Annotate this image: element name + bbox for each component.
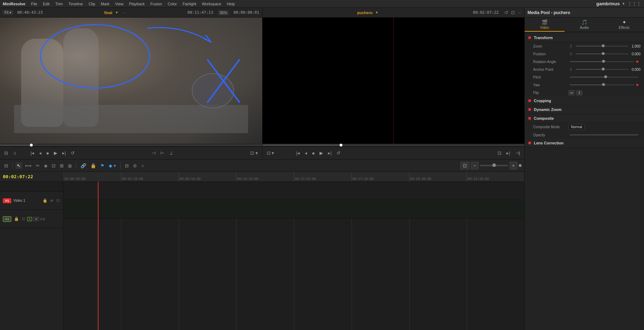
lens-correction-section-header[interactable]: Lens Correction [525, 139, 644, 148]
source-video-canvas[interactable] [0, 18, 262, 144]
menu-clip[interactable]: Clip [89, 2, 95, 6]
source-in-point[interactable]: ⊣ [150, 150, 157, 156]
program-view-toggle[interactable]: ⊡ [511, 10, 515, 15]
zoom-slider[interactable] [576, 46, 628, 46]
trim-edit-btn[interactable]: ⟺ [24, 162, 33, 169]
audio-link-btn[interactable]: ∩ [140, 162, 146, 169]
property-position: Position X 0.000 [525, 50, 644, 58]
project-dropdown[interactable]: ▾ [623, 1, 625, 6]
freeze-frame-btn[interactable]: ⊞ [58, 162, 65, 169]
flip-h-btn[interactable]: ⇔ [568, 90, 575, 95]
dynamic-zoom-section-header[interactable]: Dynamic Zoom [525, 105, 644, 114]
track-a1-s[interactable]: S [27, 217, 32, 221]
program-clip-dropdown[interactable]: ▾ [376, 10, 378, 15]
source-timecode: 00:40:43:23 [17, 10, 43, 15]
source-mark-in[interactable]: ⊥ [168, 150, 175, 156]
color-flag-btn[interactable]: ◆ ▾ [107, 162, 118, 169]
source-zoom[interactable]: 35% [218, 10, 229, 15]
transform-section-header[interactable]: Transform [525, 33, 644, 42]
anchor-value: 0.000 [632, 68, 640, 71]
zoom-track[interactable] [480, 165, 508, 166]
zoom-fit-btn[interactable]: ⊡ [460, 162, 469, 169]
source-stop[interactable]: ■ [45, 150, 50, 156]
track-a1-lock[interactable]: 🔒 [13, 216, 20, 222]
program-end[interactable]: ⊣| [514, 150, 522, 156]
source-loop[interactable]: ↺ [69, 150, 76, 156]
flip-v-btn[interactable]: ⇕ [576, 90, 582, 95]
dynamic-trim-btn[interactable]: ◈ [43, 162, 49, 169]
source-prev-mark[interactable]: |◂ [29, 150, 36, 156]
track-a1-m[interactable]: M [33, 217, 39, 221]
blade-edit-btn[interactable]: ✂ [34, 162, 41, 169]
menu-fusion[interactable]: Fusion [150, 2, 162, 6]
composite-mode-value[interactable]: Normal [568, 124, 585, 130]
program-prev-mark[interactable]: |◂ [295, 150, 301, 156]
flip-buttons: ⇔ ⇕ [568, 90, 582, 95]
source-step-back[interactable]: ◂ [38, 150, 43, 156]
menu-color[interactable]: Color [168, 2, 177, 6]
position-slider[interactable] [576, 54, 628, 54]
composite-section-header[interactable]: Composite [525, 114, 644, 123]
left-panel: Fit ▾ 00:40:43:23 final ▾ ··· 00:11:47:1… [0, 8, 524, 330]
retime-btn[interactable]: 🔒 [89, 162, 97, 169]
tab-effects[interactable]: ✦ Effects [604, 18, 644, 32]
speed-ramp-btn[interactable]: 🔗 [79, 162, 88, 169]
menu-mark[interactable]: Mark [101, 2, 109, 6]
program-view-btn[interactable]: ⊡ ▾ [265, 150, 276, 156]
source-next-mark[interactable]: ▸| [61, 150, 67, 156]
menu-timeline[interactable]: Timeline [68, 2, 83, 6]
tab-audio[interactable]: 🎵 Audio [564, 18, 604, 32]
track-v1-solo[interactable]: ⊡ [56, 198, 60, 203]
program-progress-fill [263, 145, 341, 145]
program-progress-bar[interactable] [263, 144, 525, 147]
select-tool-btn[interactable]: ↖ [15, 162, 22, 169]
source-progress-bar[interactable] [0, 144, 262, 147]
source-dots[interactable]: ··· [123, 11, 126, 15]
menu-edit[interactable]: Edit [43, 2, 50, 6]
inspector-title: Media Pool - puchero [528, 10, 570, 15]
timeline-layout-btn[interactable]: ⊟ [3, 162, 10, 169]
program-next-mark[interactable]: ▸| [327, 150, 333, 156]
counter [14, 105, 248, 133]
source-next-clip[interactable]: ⊢ [159, 150, 166, 156]
menu-trim[interactable]: Trim [55, 2, 63, 6]
menu-view[interactable]: View [115, 2, 124, 6]
program-more[interactable]: ··· [518, 10, 522, 15]
program-stop[interactable]: ■ [311, 150, 316, 156]
program-play[interactable]: ▶ [318, 150, 324, 156]
track-select-btn[interactable]: ⊡ [50, 162, 57, 169]
zoom-out-btn[interactable]: − [471, 162, 479, 169]
track-v1-visibility[interactable]: 👁 [49, 198, 55, 203]
menu-playback[interactable]: Playback [129, 2, 145, 6]
yaw-slider[interactable] [570, 85, 634, 85]
program-step-back[interactable]: ◂ [303, 150, 309, 156]
menu-help[interactable]: Help [227, 2, 235, 6]
program-jkl[interactable]: ▸| [505, 150, 511, 156]
source-layout-btn[interactable]: ⊟ [3, 150, 10, 156]
composite-btn[interactable]: ◍ [67, 162, 73, 169]
source-clip-dropdown[interactable]: ▾ [116, 10, 118, 15]
program-fullscreen[interactable]: ⊡ [496, 150, 503, 156]
anchor-slider[interactable] [576, 69, 628, 70]
opacity-slider[interactable] [570, 135, 638, 135]
source-center-timecode: 00:11:47:13 [188, 10, 213, 15]
rotation-slider[interactable] [570, 61, 634, 62]
link-btn[interactable]: ⊘ [132, 162, 138, 169]
track-v1-lock[interactable]: 🔒 [42, 198, 48, 203]
flag-btn[interactable]: ⚑ [99, 162, 106, 169]
cropping-section-header[interactable]: Cropping [525, 96, 644, 105]
track-a1-cam[interactable]: ⊡ [21, 216, 26, 222]
menu-file[interactable]: File [31, 2, 37, 6]
source-fit-label[interactable]: Fit ▾ [3, 10, 13, 15]
menu-workspace[interactable]: Workspace [202, 2, 221, 6]
program-loop[interactable]: ↺ [335, 150, 342, 156]
tab-video[interactable]: 🎬 Video [525, 18, 564, 32]
source-view-btn[interactable]: ⊡ ▾ [249, 150, 259, 156]
source-audio-btn[interactable]: ♫ [12, 150, 18, 156]
program-settings[interactable]: ↺ [504, 10, 508, 15]
pitch-slider[interactable] [570, 77, 638, 77]
snap-btn[interactable]: ⊟ [124, 162, 130, 169]
source-play[interactable]: ▶ [52, 150, 59, 156]
zoom-in-btn[interactable]: + [510, 162, 517, 169]
menu-fairlight[interactable]: Fairlight [183, 2, 196, 6]
